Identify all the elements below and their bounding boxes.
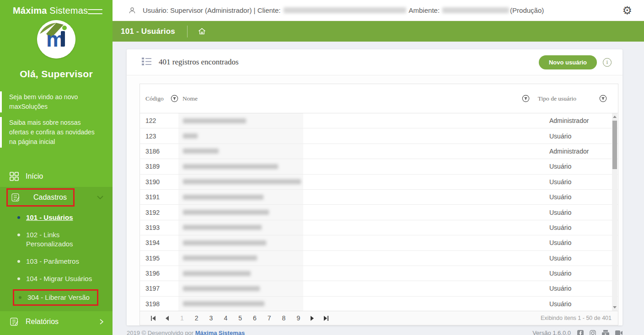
cell-tipo-usuario: Usuário — [549, 239, 611, 246]
cell-nome-redacted — [178, 220, 303, 235]
cell-codigo: 123 — [140, 133, 178, 140]
annotation-box-cadastros: Cadastros — [6, 188, 75, 207]
filter-icon-codigo[interactable] — [171, 95, 178, 102]
card-header: 401 registros encontrados Novo usuário i — [127, 49, 623, 75]
redacted-name-bar — [183, 118, 246, 123]
page-number[interactable]: 4 — [218, 314, 233, 322]
scrollbar-thumb[interactable] — [612, 121, 617, 169]
table-row[interactable]: 3194Usuário — [140, 235, 618, 250]
records-count-title: 401 registros encontrados — [159, 58, 239, 67]
redacted-name-bar — [183, 210, 269, 215]
breadcrumb-title: 101 - Usuários — [121, 27, 175, 36]
page-number-current[interactable]: 1 — [175, 314, 189, 322]
items-range-status: Exibindo itens 1 - 50 de 401 — [541, 315, 612, 321]
sidebar-subitem[interactable]: 102 - Links Personalizados — [0, 226, 113, 253]
redacted-name-bar — [183, 271, 251, 276]
sidebar-subitem-label: 104 - Migrar Usuários — [26, 274, 92, 283]
filter-icon-tipo[interactable] — [599, 95, 607, 102]
page-number[interactable]: 6 — [247, 314, 262, 322]
sidebar-item-relatorios[interactable]: Relatórios — [0, 311, 113, 332]
cell-codigo: 122 — [140, 117, 178, 124]
page-number[interactable]: 3 — [204, 314, 219, 322]
table-row[interactable]: 3196Usuário — [140, 266, 618, 281]
redacted-name-bar — [183, 255, 257, 261]
cell-codigo: 3194 — [140, 239, 178, 246]
cell-nome-redacted — [178, 281, 303, 296]
table-row[interactable]: 3190Usuário — [140, 175, 618, 190]
last-page-button[interactable] — [319, 316, 333, 321]
table-row[interactable]: 3192Usuário — [140, 205, 618, 220]
cell-codigo: 3195 — [140, 255, 178, 262]
cell-tipo-usuario: Usuário — [549, 300, 611, 308]
previous-page-button[interactable] — [161, 316, 174, 321]
table-row[interactable]: 3198Usuário — [140, 297, 618, 311]
cell-codigo: 3196 — [140, 270, 178, 277]
cell-tipo-usuario: Usuário — [549, 270, 611, 277]
scrollbar-down-icon[interactable] — [613, 306, 617, 308]
maxima-sistemas-link[interactable]: Máxima Sistemas — [195, 330, 245, 335]
table-body: 122Administrador123Usuário3186Administra… — [140, 113, 618, 311]
welcome-notice: Seja bem vindo ao novo maxSoluções — [0, 91, 113, 112]
cell-tipo-usuario: Usuário — [549, 193, 611, 201]
first-page-button[interactable] — [146, 316, 161, 321]
page-number[interactable]: 9 — [291, 314, 306, 322]
cell-nome-redacted — [178, 190, 303, 204]
cell-nome-redacted — [178, 235, 303, 250]
next-page-button[interactable] — [306, 316, 319, 321]
page-number[interactable]: 5 — [233, 314, 247, 322]
page-number[interactable]: 8 — [277, 314, 291, 322]
instagram-icon[interactable] — [590, 330, 596, 335]
users-table-panel: Código Nome Tipo de usuário — [140, 84, 618, 325]
table-row[interactable]: 3197Usuário — [140, 281, 618, 296]
page-number[interactable]: 2 — [189, 314, 204, 322]
home-icon[interactable] — [198, 27, 206, 36]
table-row[interactable]: 3193Usuário — [140, 220, 618, 235]
sidebar-subitem[interactable]: 101 - Usuários — [0, 209, 113, 226]
info-icon[interactable]: i — [603, 58, 612, 67]
main-area: Usuário: Supervisor (Administrador) | Cl… — [113, 0, 644, 335]
copyright-text: 2019 © Desenvolvido por Máxima Sistemas — [127, 330, 245, 335]
cell-tipo-usuario: Usuário — [549, 209, 611, 216]
cell-codigo: 3193 — [140, 224, 178, 231]
brand-logo-text: Máxima Sistemas — [13, 5, 88, 16]
page-number[interactable]: 7 — [262, 314, 277, 322]
sidebar-subitem-label: 103 - Parâmetros — [26, 257, 79, 266]
table-row[interactable]: 3191Usuário — [140, 190, 618, 205]
table-row[interactable]: 123Usuário — [140, 128, 618, 144]
table-row[interactable]: 3186Administrador — [140, 144, 618, 159]
table-row[interactable]: 3189Usuário — [140, 159, 618, 174]
bullet-icon — [17, 234, 20, 236]
video-camera-icon[interactable] — [615, 330, 623, 335]
filter-icon-nome[interactable] — [522, 95, 530, 102]
table-row[interactable]: 3195Usuário — [140, 251, 618, 266]
ambiente-label: Ambiente: — [409, 6, 440, 14]
offers-notice: Saiba mais sobre nossas ofertas e confir… — [0, 117, 113, 148]
scrollbar-up-icon[interactable] — [613, 116, 617, 118]
youtube-icon[interactable] — [602, 330, 609, 335]
facebook-icon[interactable] — [577, 330, 584, 335]
sidebar-subitem[interactable]: 304 - Liberar Versão — [0, 287, 113, 308]
top-header: Usuário: Supervisor (Administrador) | Cl… — [113, 0, 644, 21]
page-numbers: 123456789 — [175, 314, 306, 322]
redacted-name-bar — [183, 286, 260, 291]
cell-codigo: 3197 — [140, 285, 178, 292]
sidebar-subitem[interactable]: 104 - Migrar Usuários — [0, 270, 113, 287]
cell-tipo-usuario: Usuário — [549, 285, 611, 292]
sidebar-item-cadastros[interactable]: Cadastros — [0, 187, 113, 208]
card-body: Código Nome Tipo de usuário — [127, 75, 623, 325]
hamburger-menu-icon[interactable] — [88, 9, 102, 17]
redacted-name-bar — [183, 149, 219, 154]
cell-nome-redacted — [178, 113, 303, 128]
cell-codigo: 3189 — [140, 163, 178, 170]
chevron-right-icon — [100, 319, 103, 324]
table-row[interactable]: 122Administrador — [140, 113, 618, 128]
column-header-nome: Nome — [182, 95, 198, 102]
new-user-button[interactable]: Novo usuário — [539, 55, 597, 69]
sidebar-subitem[interactable]: 103 - Parâmetros — [0, 253, 113, 270]
table-scrollbar[interactable] — [612, 113, 617, 311]
users-card: 401 registros encontrados Novo usuário i… — [127, 49, 623, 325]
gear-icon[interactable]: ⚙ — [622, 5, 632, 16]
sidebar-item-inicio[interactable]: Início — [0, 166, 113, 187]
cell-codigo: 3192 — [140, 209, 178, 216]
cell-tipo-usuario: Administrador — [549, 117, 611, 124]
